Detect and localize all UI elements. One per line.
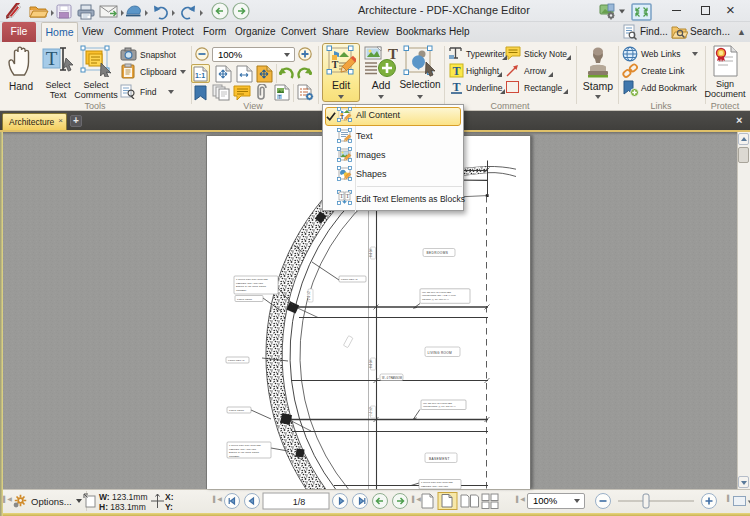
svg-text:W - 0 TRANSOM: W - 0 TRANSOM (382, 376, 402, 380)
svg-text:T: T (46, 48, 58, 69)
svg-text:LIVING ROOM: LIVING ROOM (428, 351, 453, 355)
svg-text:8'-0 3/4: 8'-0 3/4 (369, 359, 373, 368)
svg-text:T: T (340, 114, 344, 120)
svg-text:POUR JOINT: POUR JOINT (229, 409, 245, 412)
svg-text:1'-2 1/2: 1'-2 1/2 (369, 407, 373, 416)
svg-text:T: T (452, 80, 460, 94)
svg-text:BEDROOMS: BEDROOMS (427, 251, 449, 255)
svg-text:T: T (332, 59, 339, 70)
svg-text:FORM SET #5: FORM SET #5 (228, 359, 245, 362)
svg-text:CORBEL: CORBEL (229, 455, 240, 458)
svg-text:LEDGER (OR ANCHOR: LEDGER (OR ANCHOR (421, 485, 448, 488)
svg-text:CORBEL: CORBEL (236, 289, 247, 292)
svg-text:POUR JOINT: POUR JOINT (237, 298, 253, 301)
svg-text:T: T (340, 193, 344, 199)
svg-text:1/8: 1/8 (293, 497, 306, 507)
svg-text:JOISTS @ 16" OC MAX: JOISTS @ 16" OC MAX (422, 298, 449, 301)
svg-text:WRLDTNNG @ 16" OC MAX: WRLDTNNG @ 16" OC MAX (423, 405, 456, 408)
svg-text:8'-0 3/4: 8'-0 3/4 (369, 248, 373, 257)
svg-text:FORM SET #2: FORM SET #2 (341, 278, 358, 281)
svg-text:BASEMENT: BASEMENT (429, 457, 450, 461)
svg-text:2'-0 1/2: 2'-0 1/2 (307, 291, 311, 300)
svg-text:T: T (452, 64, 460, 78)
svg-text:T: T (278, 95, 281, 100)
svg-text:1:1: 1:1 (195, 72, 205, 79)
svg-text:T: T (346, 193, 350, 199)
